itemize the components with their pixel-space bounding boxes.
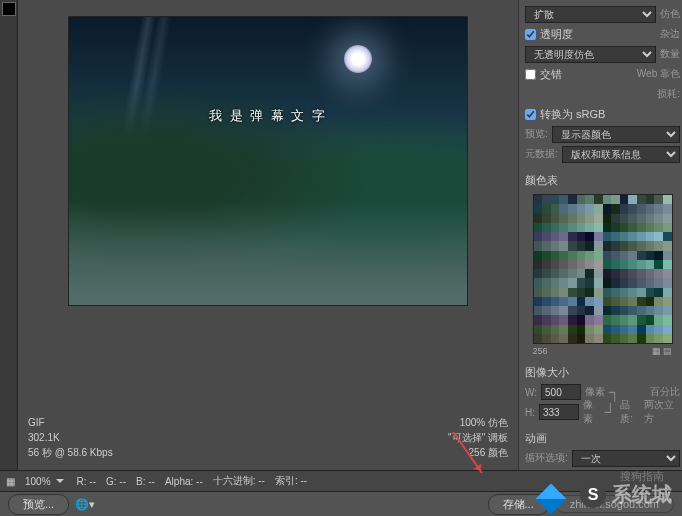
color-swatch[interactable] bbox=[594, 306, 603, 315]
color-swatch[interactable] bbox=[628, 269, 637, 278]
zoom-value[interactable]: 100% bbox=[25, 476, 51, 487]
color-swatch[interactable] bbox=[568, 204, 577, 213]
color-swatch[interactable] bbox=[603, 260, 612, 269]
color-swatch[interactable] bbox=[654, 278, 663, 287]
color-swatch[interactable] bbox=[603, 325, 612, 334]
color-swatch[interactable] bbox=[559, 251, 568, 260]
color-swatch[interactable] bbox=[577, 334, 586, 343]
color-swatch[interactable] bbox=[637, 241, 646, 250]
color-swatch[interactable] bbox=[577, 214, 586, 223]
color-swatch[interactable] bbox=[577, 241, 586, 250]
color-swatch[interactable] bbox=[603, 315, 612, 324]
color-swatch[interactable] bbox=[628, 325, 637, 334]
color-swatch[interactable] bbox=[628, 306, 637, 315]
color-swatch[interactable] bbox=[620, 278, 629, 287]
color-swatch[interactable] bbox=[577, 269, 586, 278]
color-swatch[interactable] bbox=[542, 334, 551, 343]
color-swatch[interactable] bbox=[646, 232, 655, 241]
color-swatch[interactable] bbox=[637, 195, 646, 204]
color-swatch[interactable] bbox=[585, 288, 594, 297]
color-swatch[interactable] bbox=[551, 288, 560, 297]
color-swatch[interactable] bbox=[603, 223, 612, 232]
color-swatch[interactable] bbox=[568, 260, 577, 269]
color-swatch[interactable] bbox=[551, 278, 560, 287]
color-swatch[interactable] bbox=[559, 325, 568, 334]
color-swatch[interactable] bbox=[620, 223, 629, 232]
color-swatch[interactable] bbox=[534, 195, 543, 204]
color-swatch[interactable] bbox=[637, 297, 646, 306]
color-swatch[interactable] bbox=[637, 204, 646, 213]
color-swatch[interactable] bbox=[611, 325, 620, 334]
color-swatch[interactable] bbox=[637, 325, 646, 334]
color-swatch[interactable] bbox=[646, 306, 655, 315]
color-swatch[interactable] bbox=[568, 269, 577, 278]
color-swatch[interactable] bbox=[646, 278, 655, 287]
color-swatch[interactable] bbox=[542, 204, 551, 213]
color-swatch[interactable] bbox=[542, 260, 551, 269]
hand-tool-icon[interactable]: ▦ bbox=[6, 476, 15, 487]
color-swatch[interactable] bbox=[628, 278, 637, 287]
color-swatch[interactable] bbox=[559, 214, 568, 223]
color-swatch[interactable] bbox=[663, 260, 672, 269]
color-swatch[interactable] bbox=[559, 334, 568, 343]
color-swatch[interactable] bbox=[603, 334, 612, 343]
color-swatch[interactable] bbox=[534, 297, 543, 306]
color-swatch[interactable] bbox=[568, 195, 577, 204]
color-swatch[interactable] bbox=[551, 195, 560, 204]
color-swatch[interactable] bbox=[534, 241, 543, 250]
color-swatch[interactable] bbox=[620, 251, 629, 260]
color-swatch[interactable] bbox=[594, 195, 603, 204]
color-swatch[interactable] bbox=[637, 269, 646, 278]
color-swatch[interactable] bbox=[646, 297, 655, 306]
srgb-checkbox[interactable] bbox=[525, 109, 536, 120]
color-swatch[interactable] bbox=[534, 204, 543, 213]
preview-button[interactable]: 预览... bbox=[8, 494, 69, 515]
color-swatch[interactable] bbox=[559, 269, 568, 278]
color-swatch[interactable] bbox=[594, 278, 603, 287]
color-swatch[interactable] bbox=[585, 223, 594, 232]
color-swatch[interactable] bbox=[663, 223, 672, 232]
color-swatch[interactable] bbox=[551, 306, 560, 315]
color-swatch[interactable] bbox=[637, 288, 646, 297]
height-input[interactable] bbox=[539, 404, 579, 420]
color-swatch[interactable] bbox=[542, 232, 551, 241]
color-swatch[interactable] bbox=[534, 315, 543, 324]
metadata-select[interactable]: 版权和联系信息 bbox=[562, 146, 680, 163]
color-swatch[interactable] bbox=[542, 251, 551, 260]
color-swatch[interactable] bbox=[654, 325, 663, 334]
color-swatch[interactable] bbox=[628, 297, 637, 306]
color-swatch[interactable] bbox=[654, 214, 663, 223]
color-swatch[interactable] bbox=[654, 288, 663, 297]
color-swatch[interactable] bbox=[568, 223, 577, 232]
color-swatch[interactable] bbox=[577, 288, 586, 297]
color-swatch[interactable] bbox=[594, 260, 603, 269]
color-swatch[interactable] bbox=[637, 223, 646, 232]
color-swatch[interactable] bbox=[628, 315, 637, 324]
color-table[interactable] bbox=[533, 194, 673, 344]
tool-slot[interactable] bbox=[2, 2, 16, 16]
color-swatch[interactable] bbox=[534, 251, 543, 260]
color-swatch[interactable] bbox=[654, 269, 663, 278]
color-swatch[interactable] bbox=[628, 223, 637, 232]
interlace-checkbox[interactable] bbox=[525, 69, 536, 80]
color-swatch[interactable] bbox=[577, 195, 586, 204]
color-swatch[interactable] bbox=[663, 195, 672, 204]
color-swatch[interactable] bbox=[646, 195, 655, 204]
color-swatch[interactable] bbox=[551, 334, 560, 343]
color-swatch[interactable] bbox=[542, 278, 551, 287]
color-swatch[interactable] bbox=[620, 214, 629, 223]
color-swatch[interactable] bbox=[620, 232, 629, 241]
color-swatch[interactable] bbox=[611, 232, 620, 241]
color-swatch[interactable] bbox=[611, 214, 620, 223]
color-swatch[interactable] bbox=[594, 269, 603, 278]
color-swatch[interactable] bbox=[568, 297, 577, 306]
color-swatch[interactable] bbox=[637, 334, 646, 343]
color-swatch[interactable] bbox=[611, 269, 620, 278]
color-swatch[interactable] bbox=[637, 214, 646, 223]
color-swatch[interactable] bbox=[559, 241, 568, 250]
color-swatch[interactable] bbox=[646, 214, 655, 223]
color-swatch[interactable] bbox=[594, 214, 603, 223]
color-swatch[interactable] bbox=[585, 251, 594, 260]
color-swatch[interactable] bbox=[551, 214, 560, 223]
color-swatch[interactable] bbox=[603, 241, 612, 250]
